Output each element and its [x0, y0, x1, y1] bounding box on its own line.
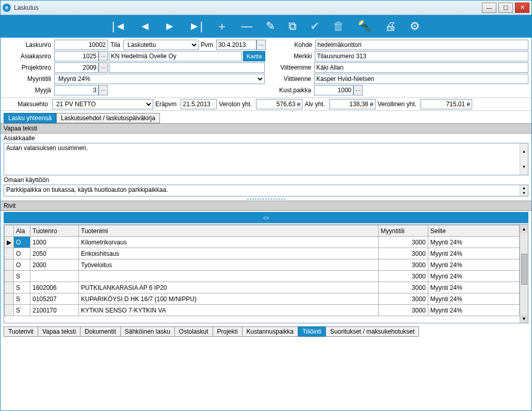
grid-cell[interactable]: Myynti 24%: [428, 259, 519, 271]
grid-cell[interactable]: S: [14, 282, 30, 293]
grid-cell[interactable]: Myynti 24%: [428, 248, 519, 259]
trash-icon[interactable]: 🗑: [333, 20, 344, 33]
grid-cell[interactable]: 2100170: [30, 305, 79, 316]
next-icon[interactable]: ►: [164, 20, 175, 33]
tila-select[interactable]: Laskutettu: [123, 40, 199, 50]
grid-cell[interactable]: 3000: [378, 282, 428, 293]
pvm-picker-button[interactable]: ⋯: [256, 40, 266, 50]
edit-icon[interactable]: ✎: [266, 20, 275, 33]
grid-cell[interactable]: [5, 282, 14, 293]
close-button[interactable]: ✕: [515, 3, 529, 13]
grid-cell[interactable]: [5, 248, 14, 259]
asiakasnro-lookup-button[interactable]: ⋯: [99, 51, 108, 61]
grid-cell[interactable]: 3000: [378, 293, 428, 305]
grid-header[interactable]: Myyntitili: [378, 225, 428, 237]
grid-cell[interactable]: Erikoishitsaus: [79, 248, 379, 259]
minimize-button[interactable]: —: [482, 3, 496, 13]
grid-cell[interactable]: Työveloitus: [79, 259, 379, 271]
erapvm-input[interactable]: [181, 99, 217, 109]
merkki-input[interactable]: [315, 51, 528, 61]
grid-cell[interactable]: Myynti 24%: [428, 282, 519, 293]
kohde-input[interactable]: [315, 40, 528, 50]
myyntitili-select[interactable]: Myynti 24%: [54, 74, 265, 84]
bottom-tab[interactable]: Projekti: [213, 326, 243, 337]
table-row[interactable]: S0105207KUPARIKÖYSI D HK 16/7 (100 M/NIP…: [5, 293, 520, 305]
grid-cell[interactable]: S: [14, 271, 30, 282]
grid-header[interactable]: Ala: [14, 225, 30, 237]
pvm-input[interactable]: [216, 40, 256, 50]
scroll-down-icon[interactable]: ▼: [520, 315, 528, 323]
copy-icon[interactable]: ⧉: [288, 20, 297, 33]
asiakasnro-input[interactable]: [54, 51, 99, 61]
myyja-lookup-button[interactable]: ⋯: [99, 85, 108, 95]
rivit-toolbar[interactable]: ▭: [4, 212, 528, 223]
maximize-button[interactable]: ▢: [498, 3, 513, 13]
grid-cell[interactable]: S: [14, 293, 30, 305]
bottom-tab[interactable]: Vapaa teksti: [38, 326, 80, 337]
grid-cell[interactable]: 1602006: [30, 282, 79, 293]
grid-cell[interactable]: 3000: [378, 248, 428, 259]
prev-icon[interactable]: ◄: [139, 20, 151, 33]
table-row[interactable]: O2050Erikoishitsaus3000Myynti 24%: [5, 248, 520, 259]
omaan-up[interactable]: ▲: [520, 185, 528, 191]
print-icon[interactable]: 🖨: [385, 20, 396, 33]
grid-cell[interactable]: O: [14, 259, 30, 271]
grid-cell[interactable]: Myynti 24%: [428, 237, 519, 248]
grid-cell[interactable]: O: [14, 237, 30, 248]
kustpaikka-input[interactable]: [314, 85, 353, 95]
bottom-tab[interactable]: Kustannuspaikka: [242, 326, 298, 337]
bottom-tab[interactable]: Suoritukset / maksukehotukset: [326, 326, 419, 337]
grid-cell[interactable]: 3000: [378, 271, 428, 282]
viitteenne-input[interactable]: [314, 74, 528, 84]
kartta-button[interactable]: Kartta: [243, 51, 265, 61]
grid-cell[interactable]: [5, 259, 14, 271]
bottom-tab[interactable]: Dokumentit: [80, 326, 121, 337]
grid-cell[interactable]: 0105207: [30, 293, 79, 305]
viitteemme-input[interactable]: [314, 62, 528, 73]
bottom-tab[interactable]: Tiliöinti: [298, 326, 326, 337]
table-row[interactable]: O2000Työveloitus3000Myynti 24%: [5, 259, 520, 271]
grid-cell[interactable]: Kilometrikorvaus: [79, 237, 379, 248]
grid-cell[interactable]: KYTKIN SENSO 7-KYTKIN VA: [79, 305, 379, 316]
grid-cell[interactable]: [5, 271, 14, 282]
table-row[interactable]: S2100170KYTKIN SENSO 7-KYTKIN VA3000Myyn…: [5, 305, 520, 316]
grid-cell[interactable]: [5, 305, 14, 316]
grid-header[interactable]: Selite: [428, 225, 519, 237]
projekti-nimi-input[interactable]: [109, 62, 265, 73]
grid-cell[interactable]: 3000: [378, 259, 428, 271]
asiakkaalle-textarea[interactable]: Aulan valaisuksen uusiminen.: [4, 143, 520, 173]
grid-cell[interactable]: ▶: [5, 237, 14, 248]
omaan-textarea[interactable]: Parkkipaikka on tiukassa, käytä huoltoau…: [4, 185, 520, 194]
grid-cell[interactable]: [30, 271, 79, 282]
tab-laskutusehdot[interactable]: Laskutusehdot / laskutuspäiväkirja: [56, 113, 160, 123]
bottom-tab[interactable]: Sähköinen lasku: [120, 326, 175, 337]
scroll-thumb[interactable]: [521, 254, 527, 285]
grid-cell[interactable]: [79, 271, 379, 282]
asiakkaalle-up[interactable]: ▲: [520, 143, 528, 159]
grid-cell[interactable]: KUPARIKÖYSI D HK 16/7 (100 M/NIPPU): [79, 293, 379, 305]
asiakkaalle-down[interactable]: ▼: [520, 159, 528, 175]
grid-cell[interactable]: Myynti 24%: [428, 293, 519, 305]
myyja-input[interactable]: [54, 85, 99, 95]
last-icon[interactable]: ►|: [189, 20, 203, 33]
laskunro-input[interactable]: [54, 40, 108, 50]
remove-icon[interactable]: —: [241, 20, 252, 33]
kustpaikka-lookup-button[interactable]: ⋯: [353, 85, 363, 95]
bottom-tab[interactable]: Ostolaskut: [174, 326, 213, 337]
grid-cell[interactable]: [5, 293, 14, 305]
settings-icon[interactable]: ⚙: [410, 20, 420, 33]
titlebar[interactable]: e Laskutus — ▢ ✕: [1, 1, 531, 15]
add-icon[interactable]: ＋: [216, 19, 228, 34]
projektinro-lookup-button[interactable]: ⋯: [99, 62, 108, 73]
table-row[interactable]: ▶O1000Kilometrikorvaus3000Myynti 24%: [5, 237, 520, 248]
grid-cell[interactable]: 2000: [30, 259, 79, 271]
grid-cell[interactable]: 3000: [378, 305, 428, 316]
projektinro-input[interactable]: [54, 62, 99, 73]
splitter[interactable]: • • • • • • • • • • • • • • •: [1, 196, 531, 201]
table-row[interactable]: S1602006PUTKILANKARASIA AP 6 IP203000Myy…: [5, 282, 520, 293]
table-row[interactable]: S3000Myynti 24%: [5, 271, 520, 282]
grid-cell[interactable]: PUTKILANKARASIA AP 6 IP20: [79, 282, 379, 293]
grid-header[interactable]: [5, 225, 14, 237]
grid-cell[interactable]: O: [14, 248, 30, 259]
grid-cell[interactable]: 2050: [30, 248, 79, 259]
